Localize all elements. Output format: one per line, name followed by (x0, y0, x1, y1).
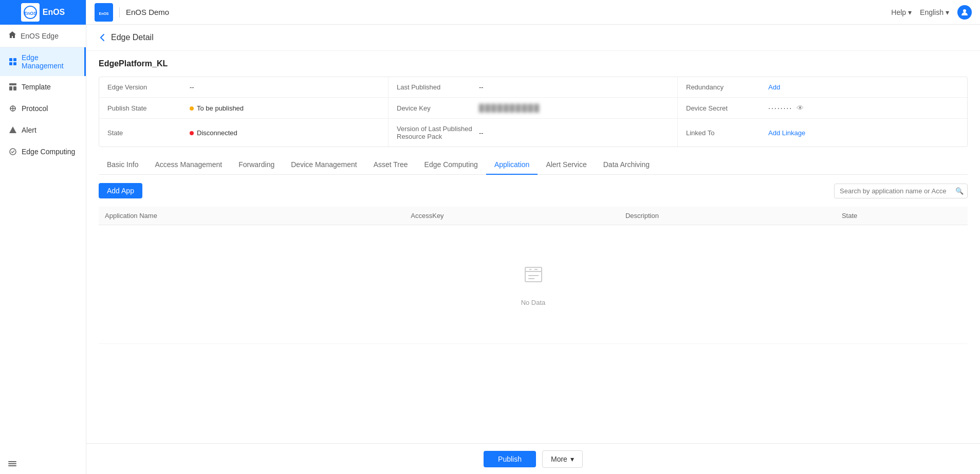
linked-to-label: Linked To (686, 129, 768, 137)
col-accesskey: AccessKey (404, 207, 619, 225)
tab-basic-info[interactable]: Basic Info (99, 155, 146, 175)
svg-rect-16 (525, 267, 542, 282)
add-app-button[interactable]: Add App (99, 183, 142, 198)
avatar[interactable] (957, 5, 972, 20)
svg-rect-5 (13, 62, 16, 65)
logo: EnOS EnOS (21, 3, 65, 22)
status-dot-yellow (190, 106, 194, 111)
svg-rect-3 (13, 58, 16, 61)
edge-version-value: -- (190, 83, 194, 91)
publish-button[interactable]: Publish (484, 451, 536, 467)
footer: Publish More ▾ (86, 443, 980, 474)
alert-icon (8, 125, 17, 135)
sidebar-item-alert[interactable]: Alert (0, 119, 86, 141)
header-logo: EnOS (95, 3, 113, 22)
page-header: Edge Detail (86, 25, 980, 51)
svg-rect-11 (8, 461, 16, 462)
eye-icon[interactable]: 👁 (797, 104, 804, 112)
protocol-icon (8, 104, 17, 113)
state-label: State (107, 129, 190, 137)
sidebar-item-protocol[interactable]: Protocol (0, 98, 86, 119)
edge-name: EdgePlatform_KL (86, 51, 980, 77)
back-button[interactable] (99, 33, 107, 42)
state-value: Disconnected (190, 129, 237, 137)
svg-rect-2 (9, 58, 12, 61)
tab-application[interactable]: Application (486, 155, 538, 175)
header-left: EnOS EnOS Demo (95, 3, 169, 22)
svg-text:EnOS: EnOS (24, 11, 36, 16)
tab-forwarding[interactable]: Forwarding (230, 155, 283, 175)
tab-toolbar: Add App 🔍 (99, 183, 968, 198)
svg-rect-8 (13, 86, 16, 90)
edge-computing-icon (8, 147, 17, 156)
sidebar-collapse-btn[interactable] (0, 453, 86, 474)
sidebar-item-template[interactable]: Template (0, 76, 86, 98)
col-state: State (836, 207, 968, 225)
app-name: EnOS Demo (126, 8, 169, 16)
header: EnOS EnOS Demo Help ▾ English ▾ (86, 0, 980, 25)
template-icon (8, 82, 17, 92)
search-input[interactable] (834, 184, 968, 198)
chevron-down-icon: ▾ (946, 8, 949, 16)
last-published-value: -- (479, 83, 484, 91)
device-key-cell: Device Key ██████████ (389, 98, 678, 118)
add-redundancy-link[interactable]: Add (768, 83, 780, 91)
svg-text:EnOS: EnOS (99, 12, 108, 15)
device-secret-label: Device Secret (686, 104, 768, 112)
info-row-1: Edge Version -- Last Published -- Redund… (99, 77, 967, 98)
tab-data-archiving[interactable]: Data Archiving (595, 155, 658, 175)
last-published-cell: Last Published -- (389, 77, 678, 97)
no-data-icon (521, 262, 546, 293)
sidebar-item-label: Alert (22, 126, 36, 134)
header-right: Help ▾ English ▾ (891, 5, 972, 20)
chevron-down-icon: ▾ (570, 455, 574, 463)
chevron-down-icon: ▾ (908, 8, 912, 16)
edge-version-cell: Edge Version -- (99, 77, 389, 97)
last-published-label: Last Published (397, 83, 479, 91)
tab-device-management[interactable]: Device Management (283, 155, 365, 175)
sidebar-item-edge-computing[interactable]: Edge Computing (0, 141, 86, 162)
tab-access-management[interactable]: Access Management (146, 155, 230, 175)
linked-to-cell: Linked To Add Linkage (678, 119, 967, 147)
info-grid: Edge Version -- Last Published -- Redund… (99, 77, 968, 147)
version-pack-value: -- (479, 129, 484, 137)
sidebar-item-edge-management[interactable]: Edge Management (0, 47, 86, 76)
no-data-row: No Data (99, 225, 968, 344)
tab-edge-computing[interactable]: Edge Computing (416, 155, 486, 175)
device-secret-cell: Device Secret ········ 👁 (678, 98, 967, 118)
language-button[interactable]: English ▾ (920, 8, 949, 16)
add-linkage-link[interactable]: Add Linkage (768, 129, 805, 137)
svg-rect-4 (9, 62, 12, 65)
publish-state-value: To be published (190, 104, 244, 112)
sidebar-item-label: Edge Computing (22, 148, 75, 156)
svg-rect-12 (8, 463, 16, 464)
redundancy-label: Redundancy (686, 83, 768, 91)
logo-icon: EnOS (21, 3, 40, 22)
application-table: Application Name AccessKey Description S… (99, 207, 968, 344)
tab-asset-tree[interactable]: Asset Tree (365, 155, 416, 175)
main: EnOS EnOS Demo Help ▾ English ▾ (86, 0, 980, 474)
search-wrap: 🔍 (834, 184, 968, 198)
sidebar-item-label: Protocol (22, 104, 48, 113)
no-data-text: No Data (521, 299, 546, 306)
help-label: Help (891, 8, 906, 16)
version-pack-cell: Version of Last Published Resource Pack … (389, 119, 678, 147)
state-cell: State Disconnected (99, 119, 389, 147)
enos-edge-label: EnOS Edge (21, 32, 59, 40)
col-description: Description (619, 207, 836, 225)
svg-rect-6 (9, 83, 16, 85)
device-key-value: ██████████ (479, 104, 540, 112)
logo-text: EnOS (43, 8, 65, 17)
help-button[interactable]: Help ▾ (891, 8, 912, 16)
status-dot-red (190, 131, 194, 135)
tab-alert-service[interactable]: Alert Service (538, 155, 595, 175)
edge-version-label: Edge Version (107, 83, 190, 91)
redundancy-cell: Redundancy Add (678, 77, 967, 97)
search-icon: 🔍 (955, 187, 964, 195)
sidebar-header: EnOS EnOS (0, 0, 86, 25)
device-secret-value: ········ (768, 104, 792, 112)
device-key-label: Device Key (397, 104, 479, 112)
sidebar-enos-edge[interactable]: EnOS Edge (0, 25, 86, 47)
no-data: No Data (105, 231, 961, 337)
more-button[interactable]: More ▾ (542, 450, 583, 468)
